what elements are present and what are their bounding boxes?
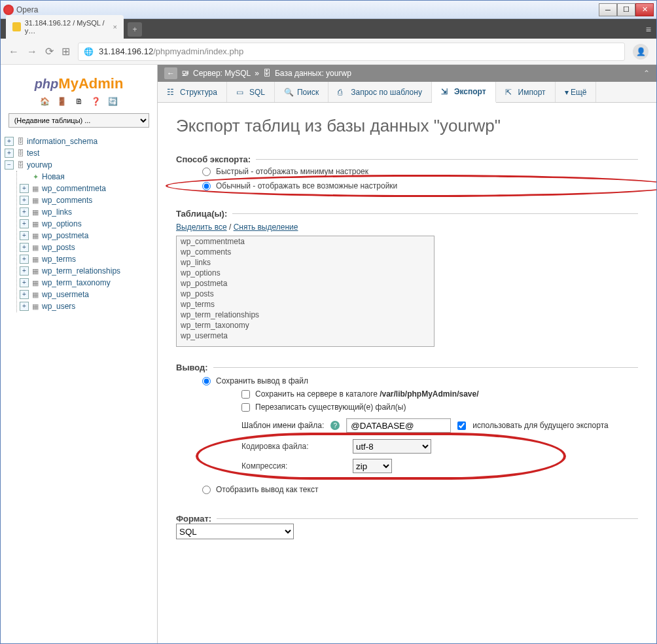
forward-button[interactable]: → [27,46,37,58]
tree-expand-icon[interactable]: + [20,219,29,228]
sidebar: phpMyAdmin 🏠 🚪 🗎 ❓ 🔄 (Недавние таблицы) … [1,65,158,643]
hide-panel-icon[interactable]: ⌃ [643,69,650,78]
sql-query-icon[interactable]: 🗎 [74,96,84,107]
user-avatar-icon[interactable]: 👤 [633,44,648,60]
tree-collapse-icon[interactable]: − [5,160,14,170]
link-unselect-all[interactable]: Снять выделение [234,223,298,232]
radio-view-text[interactable] [202,486,211,494]
table-link[interactable]: wp_options [42,219,82,228]
db-link-information-schema[interactable]: information_schema [27,137,98,146]
help-icon[interactable]: ? [330,421,340,430]
radio-quick[interactable] [202,168,211,176]
db-link-yourwp[interactable]: yourwp [27,160,52,170]
table-link[interactable]: wp_comments [42,196,92,205]
tree-expand-icon[interactable]: + [20,196,29,205]
tree-expand-icon[interactable]: + [20,266,29,276]
checkbox-overwrite[interactable] [241,403,250,412]
reload-button[interactable]: ⟳ [45,45,54,58]
select-format[interactable]: SQL [176,524,294,539]
table-link[interactable]: wp_users [42,302,75,311]
table-link[interactable]: wp_links [42,207,72,217]
table-option[interactable]: wp_options [177,268,434,278]
table-link[interactable]: wp_terms [42,255,76,264]
browser-tabbar: 31.184.196.12 / MySQL / y… × + ≡ [1,19,656,39]
label-quick: Быстрый - отображать минимум настроек [216,167,368,176]
table-option[interactable]: wp_posts [177,289,434,299]
nav-back-icon[interactable]: ← [164,67,177,79]
radio-save-file[interactable] [202,377,211,385]
table-link[interactable]: wp_term_taxonomy [42,278,111,287]
breadcrumb-db[interactable]: База данных: yourwp [275,69,351,78]
table-option[interactable]: wp_term_taxonomy [177,320,434,331]
select-encoding[interactable]: utf-8 [353,439,431,454]
back-button[interactable]: ← [9,46,19,58]
table-option[interactable]: wp_term_relationships [177,310,434,320]
table-option[interactable]: wp_comments [177,247,434,257]
new-table-link[interactable]: Новая [42,172,65,181]
minimize-button[interactable]: ─ [599,3,617,16]
tree-expand-icon[interactable]: + [20,278,29,287]
table-link[interactable]: wp_usermeta [42,290,89,299]
tab-запрос по шаблону[interactable]: ⎙Запрос по шаблону [328,82,432,102]
table-link[interactable]: wp_posts [42,243,75,252]
browser-tab[interactable]: 31.184.196.12 / MySQL / y… × [6,15,124,39]
select-compression[interactable]: zip [353,459,392,473]
maximize-button[interactable]: ☐ [617,3,635,16]
checkbox-use-future[interactable] [457,421,466,430]
docs-icon[interactable]: ❓ [91,96,101,107]
tab-поиск[interactable]: 🔍Поиск [275,82,328,102]
page-title: Экспорт таблиц из базы данных "yourwp" [176,116,638,136]
radio-custom[interactable] [202,182,211,190]
tree-expand-icon[interactable]: + [20,302,29,311]
tree-expand-icon[interactable]: + [20,231,29,240]
table-icon [30,207,41,217]
opera-menu-icon[interactable]: ≡ [646,24,651,35]
tree-expand-icon[interactable]: + [20,290,29,299]
reload-nav-icon[interactable]: 🔄 [108,96,118,107]
tree-expand-icon[interactable]: + [5,137,14,146]
checkbox-save-server[interactable] [241,390,250,399]
tree-expand-icon[interactable]: + [5,149,14,158]
tab-ещё[interactable]: ▾ Ещё [556,82,597,102]
tab-структура[interactable]: ☷Структура [158,82,227,102]
tab-close-icon[interactable]: × [113,23,117,31]
input-filename-template[interactable] [346,418,451,433]
table-link[interactable]: wp_term_relationships [42,266,120,276]
tab-экспорт[interactable]: ⇲Экспорт [432,82,496,103]
link-select-all[interactable]: Выделить все [176,223,227,232]
logout-icon[interactable]: 🚪 [57,96,67,107]
table-option[interactable]: wp_links [177,257,434,268]
table-icon [30,277,41,288]
table-icon [30,301,41,312]
sql-icon: ▭ [236,88,245,97]
close-button[interactable]: ✕ [635,3,654,16]
url-field[interactable]: 🌐 31.184.196.12/phpmyadmin/index.php [78,43,625,61]
tables-listbox[interactable]: wp_commentmetawp_commentswp_linkswp_opti… [176,236,435,347]
table-icon [30,219,41,229]
table-link[interactable]: wp_commentmeta [42,184,106,193]
table-option[interactable]: wp_terms [177,299,434,310]
db-tree: + information_schema + test − yourwp Нов… [5,135,153,312]
recent-tables-select[interactable]: (Недавние таблицы) ... [9,113,150,128]
top-nav: ☷Структура▭SQL🔍Поиск⎙Запрос по шаблону⇲Э… [158,82,656,103]
new-tab-button[interactable]: + [128,22,142,37]
breadcrumb-server[interactable]: Сервер: MySQL [193,69,251,78]
tree-expand-icon[interactable]: + [20,207,29,217]
tree-expand-icon[interactable]: + [20,184,29,193]
table-option[interactable]: wp_usermeta [177,331,434,341]
table-icon [30,266,41,276]
pma-logo: phpMyAdmin [5,75,153,92]
table-link[interactable]: wp_postmeta [42,231,88,240]
db-link-test[interactable]: test [27,149,39,158]
label-filename-template: Шаблон имени файла: [241,421,324,430]
tree-expand-icon[interactable]: + [20,255,29,264]
tab-импорт[interactable]: ⇱Импорт [496,82,556,102]
export-icon: ⇲ [441,87,450,96]
tree-expand-icon[interactable]: + [20,243,29,252]
table-option[interactable]: wp_commentmeta [177,236,434,247]
home-icon[interactable]: 🏠 [40,96,50,107]
speed-dial-icon[interactable]: ⊞ [62,45,70,58]
tab-sql[interactable]: ▭SQL [227,82,275,102]
table-option[interactable]: wp_postmeta [177,278,434,289]
table-icon [30,242,41,253]
